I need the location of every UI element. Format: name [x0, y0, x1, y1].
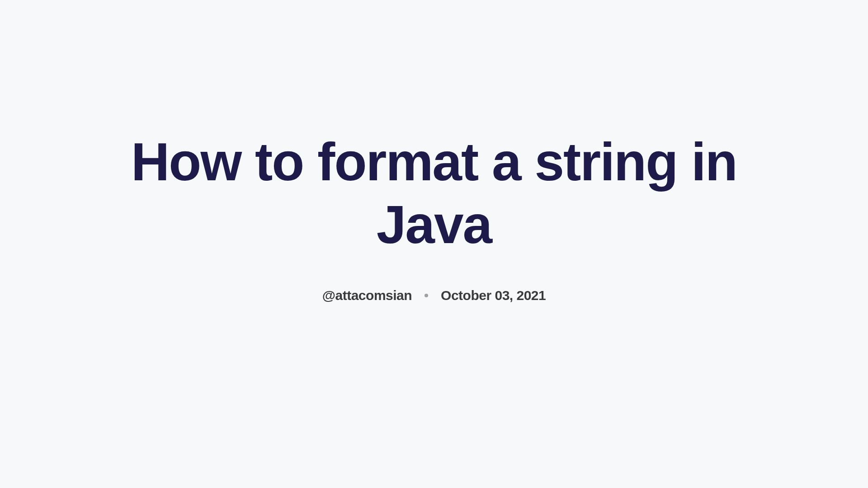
- author-handle: @attacomsian: [322, 288, 412, 303]
- dot-separator-icon: [425, 294, 428, 297]
- article-meta: @attacomsian October 03, 2021: [322, 288, 546, 303]
- publish-date: October 03, 2021: [441, 288, 546, 303]
- article-header: How to format a string in Java @attacoms…: [118, 131, 750, 303]
- article-title: How to format a string in Java: [118, 131, 750, 256]
